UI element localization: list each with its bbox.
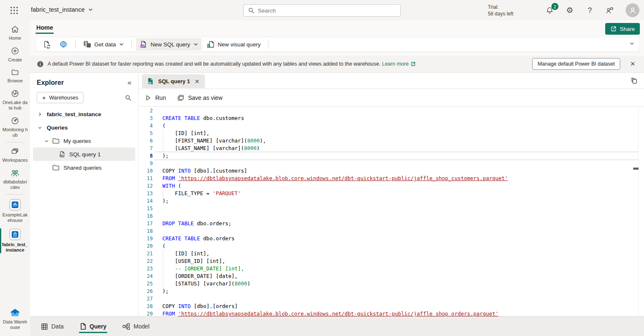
code-line-28[interactable]: 28COPY INTO [dbo].[orders]	[139, 303, 644, 310]
code-line-11[interactable]: 11FROM 'https://dbtlabsynapsedatalake.bl…	[139, 175, 644, 182]
code-line-4[interactable]: 4(	[139, 122, 644, 130]
new-visual-query-button[interactable]: New visual query	[203, 38, 264, 51]
code-text[interactable]: );	[162, 288, 169, 295]
tab-sql-query-1[interactable]: SQL SQL query 1 ✕	[142, 74, 205, 88]
chevron-down-icon[interactable]	[37, 125, 43, 130]
search-input[interactable]	[258, 8, 396, 14]
code-line-9[interactable]: 9	[139, 160, 644, 167]
rail-item-browse[interactable]: Browse	[0, 67, 30, 85]
code-line-15[interactable]: 15	[139, 205, 644, 212]
code-line-19[interactable]: 19CREATE TABLE dbo.orders	[139, 235, 644, 242]
code-text[interactable]: );	[162, 197, 169, 205]
run-button[interactable]: Run	[145, 94, 166, 101]
refresh-document-icon[interactable]	[39, 38, 54, 51]
code-text[interactable]: FILE_TYPE = 'PARQUET'	[162, 190, 241, 197]
avatar[interactable]	[626, 3, 639, 17]
manage-dataset-button[interactable]: Manage default Power BI dataset	[532, 58, 620, 70]
collapse-panel-icon[interactable]: «	[128, 79, 131, 87]
code-line-14[interactable]: 14);	[139, 197, 644, 205]
code-line-8[interactable]: 8);	[139, 152, 644, 160]
get-data-button[interactable]: Get data	[80, 38, 127, 51]
tab-home[interactable]: Home	[35, 23, 54, 34]
banner-close-icon[interactable]: ✕	[628, 59, 637, 69]
rail-item-onelake-data-hub[interactable]: OneLake data hub	[0, 88, 30, 112]
code-text[interactable]: [STATUS] [varchar](8000)	[162, 280, 250, 288]
code-text[interactable]: FROM 'https://dbtlabsynapsedatalake.blob…	[162, 310, 498, 316]
code-line-3[interactable]: 3CREATE TABLE dbo.customers	[139, 115, 644, 122]
tree-item-sql-query-1[interactable]: SQLSQL query 1	[33, 148, 135, 161]
code-text[interactable]: );	[162, 152, 169, 160]
settings-gear-icon[interactable]: ⚙	[565, 6, 574, 15]
code-text[interactable]: FROM 'https://dbtlabsynapsedatalake.blob…	[162, 175, 508, 182]
code-text[interactable]: COPY INTO [dbo].[customers]	[162, 167, 247, 175]
rail-item-examplelakehouse[interactable]: ExampleLakehouse	[0, 198, 30, 224]
code-text[interactable]: [LAST_NAME] [varchar](8000)	[162, 145, 260, 152]
code-line-25[interactable]: 25 [STATUS] [varchar](8000)	[139, 280, 644, 288]
code-line-27[interactable]: 27	[139, 295, 644, 303]
code-line-22[interactable]: 22 [USER_ID] [int],	[139, 257, 644, 265]
code-text[interactable]: (	[162, 242, 166, 250]
workspace-switcher[interactable]: fabric_test_instance	[31, 6, 93, 13]
code-line-16[interactable]: 16	[139, 212, 644, 220]
rail-item-home[interactable]: Home	[0, 23, 30, 42]
rail-item-data-warehouse[interactable]: Data Warehouse	[0, 306, 30, 331]
code-line-29[interactable]: 29FROM 'https://dbtlabsynapsedatalake.bl…	[139, 310, 644, 316]
code-line-24[interactable]: 24 [ORDER_DATE] [date],	[139, 272, 644, 280]
code-line-2[interactable]: 2	[139, 107, 644, 115]
code-text[interactable]: -- [ORDER_DATE] [int],	[162, 265, 244, 272]
view-tab-model[interactable]: Model	[117, 317, 154, 336]
code-line-17[interactable]: 17DROP TABLE dbo.orders;	[139, 220, 644, 227]
app-launcher-icon[interactable]	[9, 5, 19, 15]
new-sql-query-button[interactable]: SQL New SQL query	[136, 38, 202, 51]
help-icon[interactable]: ?	[585, 6, 594, 15]
rail-item-create[interactable]: Create	[0, 45, 30, 64]
code-line-10[interactable]: 10COPY INTO [dbo].[customers]	[139, 167, 644, 175]
code-text[interactable]: [ORDER_DATE] [date],	[162, 272, 238, 280]
settings-gear-blue-icon[interactable]	[56, 38, 71, 51]
close-tab-icon[interactable]: ✕	[194, 78, 200, 85]
rail-item-dbtlabsfabricdev[interactable]: dbtlabsfabricdev	[0, 167, 30, 191]
share-button[interactable]: Share	[605, 23, 640, 35]
code-text[interactable]: [FIRST_NAME] [varchar](8000),	[162, 137, 266, 145]
code-text[interactable]: [USER_ID] [int],	[162, 257, 225, 265]
code-text[interactable]: COPY INTO [dbo].[orders]	[162, 303, 238, 310]
code-line-12[interactable]: 12WITH (	[139, 182, 644, 190]
tree-item-my-queries[interactable]: My queries	[33, 134, 135, 148]
tree-item-shared-queries[interactable]: Shared queries	[33, 161, 135, 174]
code-line-6[interactable]: 6 [FIRST_NAME] [varchar](8000),	[139, 137, 644, 145]
sql-code-editor[interactable]: 23CREATE TABLE dbo.customers4(5 [ID] [in…	[139, 107, 644, 316]
code-line-20[interactable]: 20(	[139, 242, 644, 250]
editor-scrollbar-track[interactable]	[638, 107, 639, 316]
ribbon-collapse-chevron-icon[interactable]	[629, 41, 634, 46]
chevron-down-icon[interactable]	[43, 139, 49, 143]
code-text[interactable]: (	[162, 122, 166, 130]
code-line-23[interactable]: 23 -- [ORDER_DATE] [int],	[139, 265, 644, 272]
tree-item-fabric-test-instance[interactable]: fabric_test_instance	[33, 107, 135, 121]
view-tab-data[interactable]: Data	[36, 317, 69, 336]
code-line-13[interactable]: 13 FILE_TYPE = 'PARQUET'	[139, 190, 644, 197]
chevron-right-icon[interactable]	[37, 112, 43, 117]
code-text[interactable]: [ID] [int],	[162, 130, 210, 137]
code-line-26[interactable]: 26);	[139, 288, 644, 295]
rail-item-monitoring-hub[interactable]: Monitoring hub	[0, 115, 30, 139]
code-line-18[interactable]: 18	[139, 227, 644, 235]
rail-item-fabric-test-instance[interactable]: fabric_test_instance	[0, 227, 30, 254]
code-line-5[interactable]: 5 [ID] [int],	[139, 130, 644, 137]
learn-more-link[interactable]: Learn more	[382, 61, 416, 67]
warehouses-button[interactable]: + Warehouses	[37, 92, 83, 103]
code-text[interactable]: DROP TABLE dbo.orders;	[162, 220, 232, 227]
code-line-7[interactable]: 7 [LAST_NAME] [varchar](8000)	[139, 145, 644, 152]
code-line-21[interactable]: 21 [ID] [int],	[139, 250, 644, 257]
feedback-icon[interactable]	[605, 6, 614, 15]
view-tab-query[interactable]: Query	[75, 317, 111, 336]
code-text[interactable]: CREATE TABLE dbo.customers	[162, 115, 244, 122]
code-text[interactable]: WITH (	[162, 182, 181, 190]
code-text[interactable]: [ID] [int],	[162, 250, 210, 257]
save-as-view-button[interactable]: Save as view	[177, 94, 222, 102]
rail-item-workspaces[interactable]: Workspaces	[0, 145, 30, 164]
explorer-search-icon[interactable]	[125, 94, 131, 101]
code-text[interactable]: CREATE TABLE dbo.orders	[162, 235, 235, 242]
search-box[interactable]	[243, 4, 401, 17]
copy-icon[interactable]	[631, 77, 638, 84]
tree-item-queries[interactable]: Queries	[33, 121, 135, 134]
